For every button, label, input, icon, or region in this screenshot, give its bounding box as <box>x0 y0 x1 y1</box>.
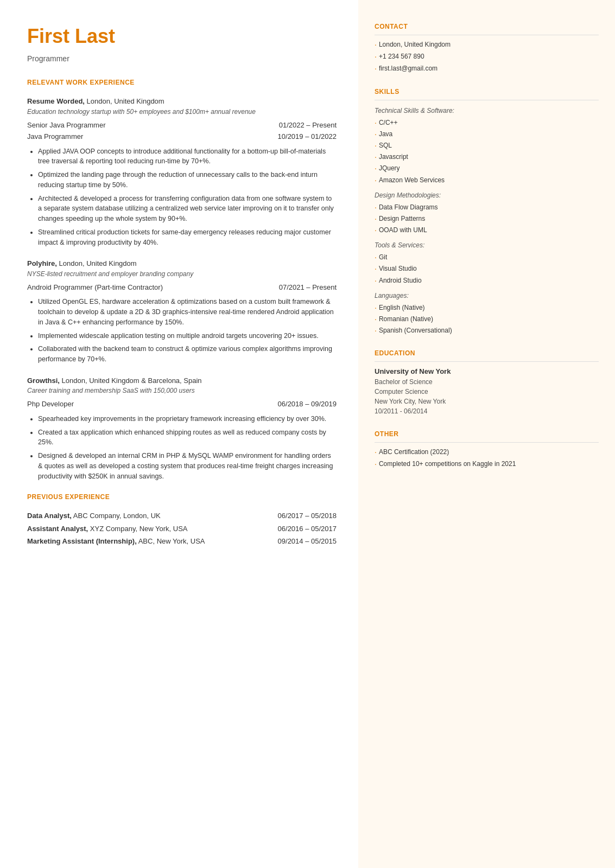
left-column: First Last Programmer RELEVANT WORK EXPE… <box>0 0 358 868</box>
job-date: 07/2021 – Present <box>279 282 337 293</box>
bullet-dot-icon: · <box>375 225 377 235</box>
contact-text: London, United Kingdom <box>379 40 451 49</box>
skill-item: ·Git <box>375 252 599 262</box>
contact-items-container: ·London, United Kingdom·+1 234 567 890·f… <box>375 40 599 74</box>
prev-exp-date: 06/2017 – 05/2018 <box>278 510 337 521</box>
company-bold-name: Growthsi, <box>27 376 60 385</box>
candidate-name: First Last <box>27 22 337 51</box>
company-location: London, United Kingdom <box>85 97 164 105</box>
company-desc: NYSE-listed recruitment and employer bra… <box>27 269 337 279</box>
skill-item: ·Visual Studio <box>375 264 599 273</box>
bullet-dot-icon: · <box>375 276 377 285</box>
bullet-dot-icon: · <box>375 129 377 139</box>
skill-item: ·SQL <box>375 141 599 150</box>
skills-category-label: Technical Skills & Software: <box>375 106 599 116</box>
bullet-dot-icon: · <box>375 152 377 162</box>
company-location: London, United Kingdom & Barcelona, Spai… <box>60 376 202 385</box>
skill-text: Design Patterns <box>379 214 425 224</box>
skill-item: ·Romanian (Native) <box>375 314 599 324</box>
contact-item: ·first.last@gmail.com <box>375 63 599 73</box>
bullet-dot-icon: · <box>375 163 377 173</box>
company-desc: Career training and membership SaaS with… <box>27 386 337 395</box>
skill-item: ·Data Flow Diagrams <box>375 202 599 212</box>
skills-section: SKILLS Technical Skills & Software:·C/C+… <box>375 87 599 336</box>
skills-category-label: Languages: <box>375 291 599 301</box>
bullet-list: Spearheaded key improvements in the prop… <box>38 414 337 482</box>
prev-exp-row-2: Marketing Assistant (Internship), ABC, N… <box>27 536 337 547</box>
job-title: Android Programmer (Part-time Contractor… <box>27 282 163 293</box>
company-desc: Education technology startup with 50+ em… <box>27 107 337 117</box>
bullet-list: Applied JAVA OOP concepts to introduce a… <box>38 146 337 248</box>
other-item: ·ABC Certification (2022) <box>375 447 599 457</box>
job-date: 01/2022 – Present <box>279 120 337 131</box>
job-row-0: Senior Java Programmer01/2022 – Present <box>27 120 337 131</box>
resume-page: First Last Programmer RELEVANT WORK EXPE… <box>0 0 615 868</box>
bullet-dot-icon: · <box>375 175 377 185</box>
skill-text: Data Flow Diagrams <box>379 202 438 212</box>
other-section-title: OTHER <box>375 429 599 443</box>
skill-text: Spanish (Conversational) <box>379 326 452 335</box>
skill-item: ·Design Patterns <box>375 214 599 224</box>
education-section: EDUCATION University of New YorkBachelor… <box>375 348 599 416</box>
bullet-list: Utilized OpenGL ES, hardware acceleratio… <box>38 297 337 365</box>
bullet-dot-icon: · <box>375 314 377 324</box>
skill-text: JQuery <box>379 163 400 173</box>
bullet-item: Implemented widescale application testin… <box>38 331 337 341</box>
edu-detail: Computer Science <box>375 387 599 397</box>
relevant-work-section-title: RELEVANT WORK EXPERIENCE <box>27 78 337 90</box>
prev-roles-container: Data Analyst, ABC Company, London, UK06/… <box>27 510 337 547</box>
skill-item: ·English (Native) <box>375 303 599 312</box>
skill-text: Visual Studio <box>379 264 417 273</box>
skill-item: ·OOAD with UML <box>375 225 599 235</box>
contact-text: first.last@gmail.com <box>379 63 438 73</box>
candidate-title: Programmer <box>27 53 337 65</box>
company-bold-name: Resume Worded, <box>27 97 85 105</box>
right-column: CONTACT ·London, United Kingdom·+1 234 5… <box>358 0 615 868</box>
edu-detail: Bachelor of Science <box>375 377 599 387</box>
skill-text: Git <box>379 252 387 262</box>
bullet-dot-icon: · <box>375 202 377 212</box>
bullet-item: Streamlined critical production tickets … <box>38 227 337 248</box>
prev-exp-rest: ABC Company, London, UK <box>72 512 161 520</box>
bullet-dot-icon: · <box>375 40 377 49</box>
prev-exp-bold: Assistant Analyst, <box>27 525 88 533</box>
bullet-item: Architected & developed a process for tr… <box>38 194 337 224</box>
edu-detail: New York City, New York <box>375 397 599 406</box>
bullet-dot-icon: · <box>375 459 377 469</box>
skill-text: Java <box>379 129 392 139</box>
companies-container: Resume Worded, London, United KingdomEdu… <box>27 96 337 481</box>
contact-item: ·+1 234 567 890 <box>375 52 599 61</box>
job-date: 06/2018 – 09/2019 <box>278 399 337 410</box>
previous-work-section-title: PREVIOUS EXPERIENCE <box>27 492 337 504</box>
job-row-0: Php Developer06/2018 – 09/2019 <box>27 399 337 410</box>
contact-section: CONTACT ·London, United Kingdom·+1 234 5… <box>375 22 599 74</box>
company-location: London, United Kingdom <box>57 259 137 267</box>
skill-text: Romanian (Native) <box>379 314 433 324</box>
company-block-0: Resume Worded, London, United KingdomEdu… <box>27 96 337 247</box>
company-name-line: Resume Worded, London, United Kingdom <box>27 96 337 107</box>
prev-exp-bold: Marketing Assistant (Internship), <box>27 537 137 545</box>
education-section-title: EDUCATION <box>375 348 599 362</box>
bullet-item: Designed & developed an internal CRM in … <box>38 451 337 481</box>
bullet-item: Spearheaded key improvements in the prop… <box>38 414 337 424</box>
job-title: Java Programmer <box>27 131 83 142</box>
skill-text: Android Studio <box>379 276 422 285</box>
company-name-line: Growthsi, London, United Kingdom & Barce… <box>27 375 337 386</box>
skill-text: Amazon Web Services <box>379 175 445 185</box>
contact-item: ·London, United Kingdom <box>375 40 599 49</box>
skill-item: ·Java <box>375 129 599 139</box>
bullet-dot-icon: · <box>375 303 377 312</box>
other-container: ·ABC Certification (2022)·Completed 10+ … <box>375 447 599 469</box>
bullet-item: Created a tax application which enhanced… <box>38 427 337 448</box>
bullet-dot-icon: · <box>375 264 377 273</box>
other-text: ABC Certification (2022) <box>379 447 449 457</box>
prev-exp-rest: XYZ Company, New York, USA <box>88 525 187 533</box>
job-row-1: Java Programmer10/2019 – 01/2022 <box>27 131 337 142</box>
bullet-dot-icon: · <box>375 118 377 127</box>
company-block-1: Polyhire, London, United KingdomNYSE-lis… <box>27 258 337 365</box>
skill-item: ·Android Studio <box>375 276 599 285</box>
job-row-0: Android Programmer (Part-time Contractor… <box>27 282 337 293</box>
skill-text: SQL <box>379 141 392 150</box>
bullet-dot-icon: · <box>375 326 377 335</box>
bullet-item: Collaborated with the backend team to co… <box>38 344 337 365</box>
